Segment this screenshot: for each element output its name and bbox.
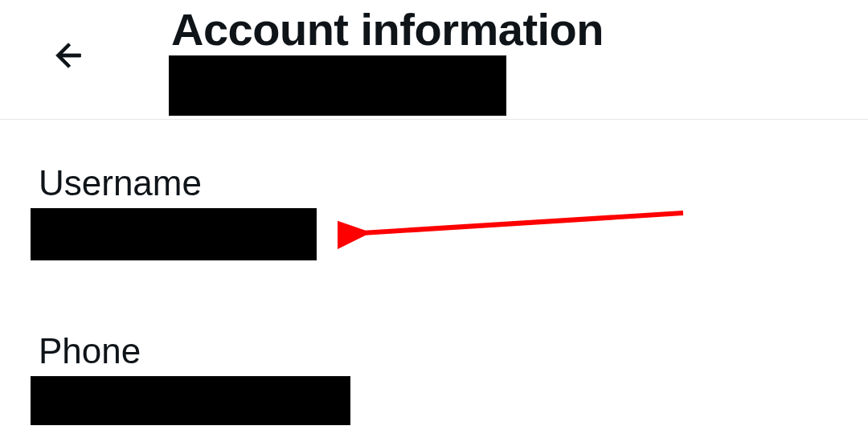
header-subtitle-redaction xyxy=(169,55,506,116)
phone-value-redaction xyxy=(31,376,350,425)
phone-row[interactable]: Phone xyxy=(39,331,868,425)
page-header: Account information xyxy=(0,0,868,120)
username-row[interactable]: Username xyxy=(39,163,868,260)
arrow-left-icon xyxy=(50,37,87,74)
username-value-redaction xyxy=(31,208,317,260)
page-title: Account information xyxy=(171,3,604,55)
username-label: Username xyxy=(39,163,868,203)
content-area: Username Phone xyxy=(0,120,868,425)
phone-label: Phone xyxy=(39,331,868,371)
back-button[interactable] xyxy=(47,34,90,77)
